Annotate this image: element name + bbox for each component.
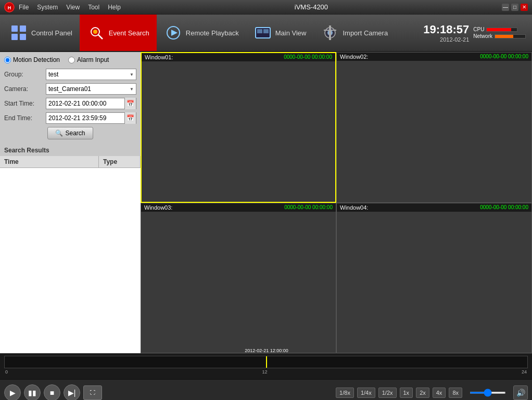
video-window-1[interactable]: Window01: 0000-00-00 00:00:00: [141, 52, 336, 203]
camera-row: Camera: test_Camera01 ▼: [4, 83, 136, 95]
group-dropdown[interactable]: test ▼: [46, 69, 136, 80]
remote-playback-icon: [164, 23, 183, 42]
play-button[interactable]: ▶: [4, 384, 21, 401]
alarm-input-radio[interactable]: Alarm Input: [68, 56, 109, 63]
clock-time: 19:18:57: [423, 23, 469, 36]
network-bar: [495, 34, 526, 38]
clock-date: 2012-02-21: [440, 36, 469, 43]
app-title: iVMS-4200: [121, 3, 502, 11]
speed-1_8x[interactable]: 1/8x: [336, 388, 354, 398]
speed-1_2x[interactable]: 1/2x: [378, 388, 397, 398]
start-time-row: Start Time: 2012-02-21 00:00:00 📅: [4, 98, 136, 109]
nav-main-view[interactable]: Main View: [246, 15, 314, 51]
timeline-label-0: 0: [5, 369, 8, 375]
type-column-header: Type: [99, 156, 141, 167]
timeline-labels: 0 12 24: [4, 369, 528, 375]
search-button-label: Search: [65, 130, 85, 137]
nav-control-panel-label: Control Panel: [31, 29, 72, 37]
nav-event-search[interactable]: Event Search: [80, 15, 157, 51]
video-window-4-body: [337, 212, 531, 353]
volume-button[interactable]: 🔊: [513, 385, 528, 400]
end-time-input[interactable]: 2012-02-21 23:59:59 📅: [46, 112, 136, 124]
timeline-bar: 2012-02-21 12:00:00 0 12 24: [0, 353, 532, 379]
search-results-table: Time Type: [0, 156, 141, 353]
nav-control-panel[interactable]: Control Panel: [2, 15, 80, 51]
end-time-label: End Time:: [4, 114, 46, 122]
speed-8x[interactable]: 8x: [449, 388, 462, 398]
titlebar: H File System View Tool Help iVMS-4200 —…: [0, 0, 532, 15]
speed-1_4x[interactable]: 1/4x: [357, 388, 375, 398]
close-button[interactable]: ✕: [521, 4, 528, 11]
nav-import-camera[interactable]: Import Camera: [313, 15, 395, 51]
camera-value: test_Camera01: [48, 85, 91, 93]
event-search-icon: [87, 23, 106, 42]
start-time-input[interactable]: 2012-02-21 00:00:00 📅: [46, 98, 136, 109]
window-controls: — □ ✕: [502, 4, 528, 11]
import-camera-icon: [321, 23, 339, 42]
video-window-1-header: Window01: 0000-00-00 00:00:00: [142, 53, 335, 61]
camera-dropdown[interactable]: test_Camera01 ▼: [46, 83, 136, 95]
camera-dropdown-arrow: ▼: [130, 87, 134, 92]
svg-rect-5: [20, 34, 26, 40]
main-view-icon: [254, 23, 272, 42]
clock-section: 19:18:57 2012-02-21: [423, 23, 473, 43]
svg-rect-17: [329, 25, 331, 40]
speed-1x[interactable]: 1x: [400, 388, 413, 398]
video-window-4-time: 0000-00-00 00:00:00: [480, 204, 528, 211]
timeline-current-time: 2012-02-21 12:00:00: [245, 348, 288, 353]
video-window-3-header: Window03: 0000-00-00 00:00:00: [141, 203, 336, 212]
control-panel-icon: [9, 23, 28, 42]
speed-slider[interactable]: [470, 392, 506, 394]
video-window-1-time: 0000-00-00 00:00:00: [284, 54, 332, 60]
menu-tool[interactable]: Tool: [88, 4, 99, 11]
app-logo: H: [4, 2, 15, 12]
video-window-3-time: 0000-00-00 00:00:00: [284, 204, 333, 211]
maximize-button[interactable]: □: [511, 4, 518, 11]
search-form: Group: test ▼ Camera: test_Camera01 ▼ St…: [0, 66, 141, 145]
svg-rect-3: [20, 25, 26, 32]
menu-file[interactable]: File: [19, 4, 29, 11]
group-dropdown-arrow: ▼: [130, 72, 134, 77]
end-time-calendar-button[interactable]: 📅: [124, 112, 136, 124]
menu-view[interactable]: View: [66, 4, 80, 11]
video-window-3-title: Window03:: [144, 204, 172, 211]
minimize-button[interactable]: —: [502, 4, 509, 11]
video-panel: Window01: 0000-00-00 00:00:00 Window02: …: [141, 52, 532, 353]
svg-marker-10: [171, 30, 178, 36]
video-window-2[interactable]: Window02: 0000-00-00 00:00:00: [336, 52, 532, 203]
nav-remote-playback-label: Remote Playback: [186, 29, 239, 37]
timeline-playhead: 2012-02-21 12:00:00: [266, 356, 267, 368]
video-window-4[interactable]: Window04: 0000-00-00 00:00:00: [336, 203, 532, 354]
start-time-value: 2012-02-21 00:00:00: [46, 100, 124, 107]
motion-detection-input[interactable]: [4, 57, 11, 63]
motion-detection-radio[interactable]: Motion Detection: [4, 56, 60, 63]
playback-controls: ▶ ▮▮ ■ ▶| ⛶ 1/8x 1/4x 1/2x 1x 2x 4x 8x 🔊: [0, 379, 532, 400]
alarm-input-radio-input[interactable]: [68, 57, 75, 63]
search-icon: 🔍: [55, 130, 63, 137]
end-time-row: End Time: 2012-02-21 23:59:59 📅: [4, 112, 136, 124]
speed-2x[interactable]: 2x: [416, 388, 429, 398]
next-frame-button[interactable]: ▶|: [64, 384, 80, 401]
video-window-3-body: [141, 212, 336, 353]
video-window-1-title: Window01:: [145, 54, 173, 60]
pause-button[interactable]: ▮▮: [24, 384, 41, 401]
search-button[interactable]: 🔍 Search: [47, 127, 93, 139]
menu-help[interactable]: Help: [108, 4, 121, 11]
stop-button[interactable]: ■: [44, 384, 60, 401]
main-area: Motion Detection Alarm Input Group: test…: [0, 52, 532, 353]
start-time-label: Start Time:: [4, 100, 46, 107]
menu-system[interactable]: System: [37, 4, 58, 11]
start-time-calendar-button[interactable]: 📅: [124, 98, 136, 109]
video-window-3[interactable]: Window03: 0000-00-00 00:00:00: [141, 203, 336, 354]
camera-label: Camera:: [4, 85, 46, 93]
timeline-label-24: 24: [522, 369, 527, 375]
nav-event-search-label: Event Search: [109, 29, 149, 37]
nav-remote-playback[interactable]: Remote Playback: [157, 15, 246, 51]
navbar: Control Panel Event Search Remote Playba…: [0, 15, 532, 52]
svg-line-8: [98, 35, 103, 39]
menu-bar: File System View Tool Help: [19, 4, 121, 11]
speed-4x[interactable]: 4x: [433, 388, 446, 398]
video-window-2-time: 0000-00-00 00:00:00: [480, 54, 528, 60]
fullscreen-button[interactable]: ⛶: [83, 385, 102, 400]
nav-main-view-label: Main View: [275, 29, 307, 37]
